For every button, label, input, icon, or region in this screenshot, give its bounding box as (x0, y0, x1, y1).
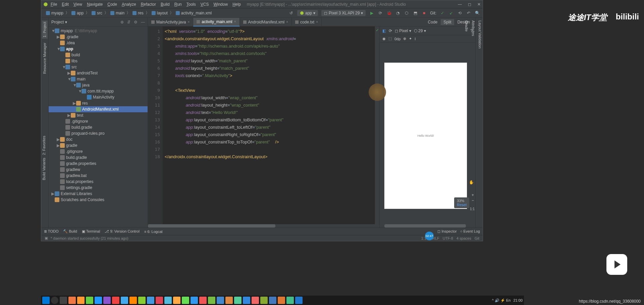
favorites-tab[interactable]: 2: Favorites (42, 136, 48, 155)
taskbar-app[interactable] (147, 297, 154, 304)
start-button[interactable] (42, 297, 50, 304)
tray-area[interactable]: ^ 🔊 ⚡ En (492, 298, 511, 303)
taskbar-app[interactable] (199, 297, 207, 304)
task-view-icon[interactable] (60, 297, 67, 304)
vcs-update-icon[interactable]: ✓ (440, 10, 445, 16)
tree-node[interactable]: ▶androidTest (49, 70, 148, 76)
menu-window[interactable]: Window (213, 2, 228, 7)
zoom-out-icon[interactable]: − (472, 198, 474, 203)
select-opened-icon[interactable]: ⊕ (120, 20, 124, 24)
fit-ratio[interactable]: 1:1 (470, 207, 475, 211)
search-icon[interactable]: 🔍 (475, 10, 480, 16)
project-tab[interactable]: 1: Project (42, 20, 48, 39)
design-canvas[interactable]: Hello World! 33% Reset ✋ + − 1:1 (380, 43, 475, 224)
taskbar-app[interactable] (95, 297, 102, 304)
close-tab-icon[interactable]: × (187, 20, 190, 24)
attach-icon[interactable]: ⬒ (413, 10, 418, 16)
blueprint-icon[interactable]: ◧ (382, 28, 386, 33)
chevron-down-icon[interactable]: ▾ (65, 20, 67, 24)
menu-navigate[interactable]: Navigate (87, 2, 103, 7)
taskbar-app[interactable] (156, 297, 163, 304)
menu-refactor[interactable]: Refactor (141, 2, 156, 7)
menu-code[interactable]: Code (107, 2, 117, 7)
project-view-selector[interactable]: Project (51, 20, 64, 24)
tree-node[interactable]: ▼myappE:\ttit\myapp (49, 28, 148, 34)
taskbar-app[interactable] (68, 297, 76, 304)
vcs-tab[interactable]: ⎇ 9: Version Control (105, 229, 140, 234)
magnet-icon[interactable]: ⊕ (403, 37, 406, 41)
menu-edit[interactable]: Edit (62, 2, 69, 7)
hide-icon[interactable]: — (141, 20, 145, 24)
tree-node[interactable]: .idea (49, 40, 148, 46)
menu-build[interactable]: Build (161, 2, 170, 7)
logcat-tab[interactable]: ≡ 6: Logcat (144, 230, 163, 234)
project-tree[interactable]: ▼myappE:\ttit\myapp▶.gradle.idea▼appbuil… (49, 26, 148, 228)
menu-file[interactable]: File (51, 2, 57, 7)
tree-node[interactable]: MainActivity (49, 94, 148, 100)
orientation-icon[interactable]: ⟳ (389, 28, 392, 33)
tree-node[interactable]: AndroidManifest.xml (49, 106, 148, 112)
tree-node[interactable]: build.gradle (49, 155, 148, 161)
menu-view[interactable]: View (73, 2, 82, 7)
tree-node[interactable]: proguard-rules.pro (49, 130, 148, 136)
tree-node[interactable]: ▶res (49, 100, 148, 106)
tree-node[interactable]: gradlew.bat (49, 173, 148, 179)
dp-label[interactable]: 0dp (394, 37, 400, 41)
tree-node[interactable]: Scratches and Consoles (49, 197, 148, 203)
tree-node[interactable]: build.gradle (49, 124, 148, 130)
menu-vcs[interactable]: VCS (201, 2, 209, 7)
breadcrumb-item[interactable]: activity_main.xml (174, 10, 214, 16)
editor-tab[interactable]: activity_main.xml × (193, 18, 239, 26)
taskbar-app[interactable] (86, 297, 93, 304)
tree-node[interactable]: ▶.gradle (49, 34, 148, 40)
taskbar-app[interactable] (225, 297, 233, 304)
run-config-selector[interactable]: app ▾ (297, 10, 318, 16)
taskbar-app[interactable] (252, 297, 259, 304)
encoding[interactable]: UTF-8 (443, 236, 453, 240)
zoom-control[interactable]: 33% Reset (454, 197, 469, 208)
zoom-in-icon[interactable]: + (472, 193, 474, 197)
tree-node[interactable]: .gitignore (49, 148, 148, 155)
profile-icon[interactable]: ◔ (395, 10, 400, 16)
layout-validation-tab[interactable]: Layout Validation (478, 20, 482, 225)
taskbar-app[interactable] (295, 297, 303, 304)
inspector-tab[interactable]: ◻ Inspector (437, 229, 457, 234)
close-tab-icon[interactable]: × (286, 20, 288, 24)
taskbar-app[interactable] (164, 297, 172, 304)
viewport-icon[interactable]: ⬚ (388, 37, 392, 41)
breadcrumb-item[interactable]: app (69, 10, 86, 16)
tree-node[interactable]: settings.gradle (49, 185, 148, 191)
taskbar-app[interactable] (77, 297, 85, 304)
code-editor[interactable]: <?xml version="1.0" encoding="utf-8"?> <… (163, 26, 375, 224)
design-view-button[interactable]: Design (455, 19, 473, 25)
tree-node[interactable]: ▼main (49, 76, 148, 82)
wand-icon[interactable]: ✦ (409, 37, 412, 41)
menu-tools[interactable]: Tools (186, 2, 196, 7)
tree-node[interactable]: gradle.properties (49, 161, 148, 167)
coverage-icon[interactable]: ⬡ (404, 10, 409, 16)
settings-icon[interactable]: ⚙ (134, 20, 138, 24)
taskbar-app[interactable] (278, 297, 285, 304)
stop-icon[interactable]: ■ (421, 10, 427, 16)
pan-icon[interactable]: ✋ (469, 180, 474, 185)
device-selector[interactable]: ◻ Pixel 3 XL API 29 ▾ (321, 10, 366, 16)
cortana-icon[interactable] (51, 297, 58, 304)
taskbar-app[interactable] (182, 297, 189, 304)
taskbar-app[interactable] (121, 297, 128, 304)
revert-icon[interactable]: ↶ (466, 10, 471, 16)
event-log-tab[interactable]: ○ Event Log (460, 229, 480, 234)
tool-window-icon[interactable]: ▣ (45, 236, 48, 240)
tree-node[interactable]: gradlew (49, 167, 148, 173)
breadcrumb-item[interactable]: res (130, 10, 146, 16)
taskbar-app[interactable] (138, 297, 146, 304)
tree-node[interactable]: ▼src (49, 64, 148, 70)
taskbar-app[interactable] (112, 297, 119, 304)
taskbar-app[interactable] (243, 297, 250, 304)
breadcrumb-item[interactable]: src (90, 10, 104, 16)
zoom-reset[interactable]: Reset (457, 203, 467, 207)
breadcrumb-item[interactable]: myapp (44, 10, 65, 16)
tree-node[interactable]: build (49, 52, 148, 58)
expand-icon[interactable]: ⇵ (127, 20, 130, 24)
apply-changes-icon[interactable]: ⟳ (378, 10, 383, 16)
text-icon[interactable]: I (415, 37, 416, 41)
